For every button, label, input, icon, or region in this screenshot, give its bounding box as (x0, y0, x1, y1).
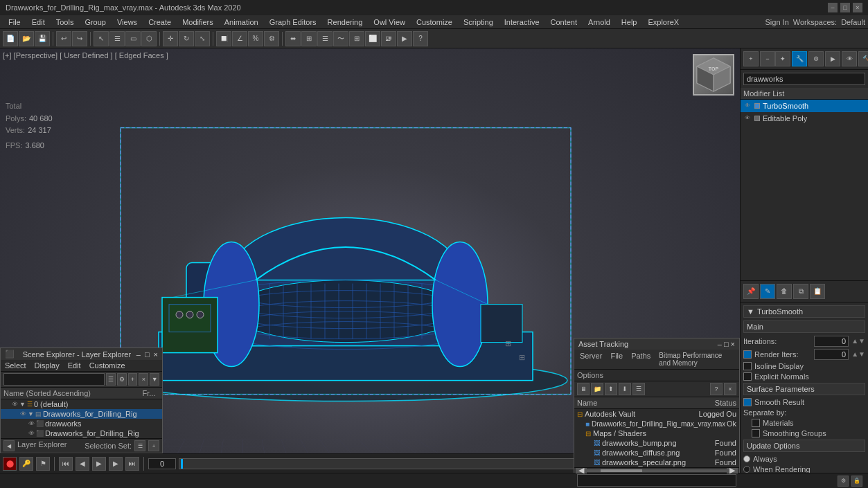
at-btn1[interactable]: 🖥 (577, 383, 590, 395)
sign-in-button[interactable]: Sign In (765, 18, 789, 26)
at-btn4[interactable]: ⬇ (619, 383, 631, 395)
modify-tab[interactable]: 🔧 (792, 51, 807, 66)
play-btn[interactable]: ▶ (92, 457, 106, 471)
se-display-menu[interactable]: Display (30, 360, 64, 371)
se-filter-btn[interactable]: ☰ (106, 373, 116, 386)
materials-checkbox[interactable] (752, 419, 760, 427)
at-btn3[interactable]: ⬆ (605, 383, 617, 395)
layer-manager-button[interactable]: ☰ (317, 31, 333, 46)
at-tab-paths[interactable]: Paths (628, 351, 653, 368)
current-frame-input[interactable] (148, 458, 176, 469)
eye-icon[interactable]: 👁 (745, 102, 752, 109)
se-window-controls[interactable]: – □ × (136, 350, 158, 359)
object-name-input[interactable]: drawworks (743, 73, 865, 85)
se-close[interactable]: × (154, 350, 158, 359)
plus-icon-button[interactable]: + (743, 51, 759, 66)
smooth-result-checkbox[interactable] (743, 398, 752, 406)
se-minimize[interactable]: – (136, 350, 141, 359)
at-help-btn[interactable]: ? (710, 383, 723, 395)
menu-arnold[interactable]: Arnold (583, 17, 616, 28)
mirror-button[interactable]: ⬌ (285, 31, 301, 46)
render-iters-input[interactable] (814, 349, 849, 360)
at-btn5[interactable]: ☰ (632, 383, 645, 395)
snap-button[interactable]: 🔲 (216, 31, 231, 46)
menu-create[interactable]: Create (143, 17, 177, 28)
se-edit-menu[interactable]: Edit (64, 360, 85, 371)
modifier-turbosmooth[interactable]: 👁 TurboSmooth (741, 100, 868, 112)
status-isolate-btn[interactable]: ⚙ (838, 476, 849, 487)
save-button[interactable]: 💾 (35, 31, 50, 46)
modifier-editable-poly[interactable]: 👁 Editable Poly (741, 112, 868, 125)
open-button[interactable]: 📂 (19, 31, 34, 46)
auto-key-btn[interactable]: 🔑 (19, 457, 33, 471)
menu-help[interactable]: Help (616, 17, 643, 28)
at-minimize[interactable]: – (718, 340, 722, 348)
at-close[interactable]: × (731, 340, 735, 348)
undo-button[interactable]: ↩ (56, 31, 71, 46)
cube-face-top[interactable]: TOP (693, 54, 734, 96)
at-restore[interactable]: □ (724, 340, 729, 348)
se-row-1[interactable]: 👁 ▼ ▤ Drawworks_for_Drilling_Rig (1, 409, 162, 419)
menu-owl-view[interactable]: Owl View (368, 17, 411, 28)
move-button[interactable]: ✛ (163, 31, 178, 46)
se-expand-btn[interactable]: ▼ (150, 373, 159, 386)
se-foot-btn1[interactable]: ◀ (3, 440, 15, 451)
go-start-btn[interactable]: ⏮ (59, 457, 73, 471)
help-button[interactable]: ? (413, 31, 428, 46)
render-iters-spinner[interactable]: ▲▼ (851, 350, 865, 358)
create-tab[interactable]: ✦ (775, 51, 790, 66)
menu-group[interactable]: Group (79, 17, 112, 28)
explicit-normals-checkbox[interactable] (743, 372, 752, 381)
se-foot-layer-btn[interactable]: ☰ (134, 440, 145, 451)
hierarchy-tab[interactable]: ⚙ (808, 51, 824, 66)
set-key-btn[interactable]: ⚑ (36, 457, 50, 471)
window-controls[interactable]: – □ × (828, 3, 862, 12)
close-button[interactable]: × (853, 3, 862, 12)
curve-editor-button[interactable]: 〜 (333, 31, 348, 46)
next-frame-btn[interactable]: ▶ (109, 457, 123, 471)
align-button[interactable]: ⊞ (301, 31, 317, 46)
se-row-0[interactable]: 👁 ▼ ☰ 0 (default) (1, 399, 162, 409)
spinner-snap-button[interactable]: ⚙ (264, 31, 279, 46)
menu-explorex[interactable]: ExploreX (642, 17, 684, 28)
menu-customize[interactable]: Customize (411, 17, 458, 28)
minimize-button[interactable]: – (828, 3, 838, 12)
material-editor-button[interactable]: ⬜ (365, 31, 380, 46)
new-button[interactable]: 📄 (3, 31, 18, 46)
se-restore[interactable]: □ (145, 350, 150, 359)
render-iters-checkbox[interactable] (743, 350, 752, 359)
maximize-button[interactable]: □ (840, 3, 850, 12)
isoline-checkbox[interactable] (743, 362, 752, 370)
copy-button[interactable]: ⧉ (793, 284, 808, 299)
at-row-bump[interactable]: 🖼 drawworks_bump.png Found (574, 438, 739, 448)
go-end-btn[interactable]: ⏭ (125, 457, 139, 471)
schematic-view-button[interactable]: ⊞ (349, 31, 364, 46)
cube-navigator[interactable]: TOP (693, 54, 734, 96)
se-eye-3[interactable]: 👁 (28, 430, 35, 437)
select-button[interactable]: ↖ (94, 31, 109, 46)
at-tab-file[interactable]: File (608, 351, 626, 368)
at-row-maxfile[interactable]: ■ Drawworks_for_Drilling_Rig_max_vray.ma… (574, 419, 739, 428)
se-eye-1[interactable]: 👁 (20, 410, 26, 417)
se-eye-0[interactable]: 👁 (12, 401, 18, 408)
rotate-button[interactable]: ↻ (179, 31, 194, 46)
motion-tab[interactable]: ▶ (825, 51, 840, 66)
menu-rendering[interactable]: Rendering (322, 17, 369, 28)
se-customize-menu[interactable]: Customize (85, 360, 130, 371)
menu-views[interactable]: Views (112, 17, 143, 28)
se-row-2[interactable]: 👁 ⬛ drawworks (1, 419, 162, 428)
menu-edit[interactable]: Edit (26, 17, 51, 28)
redo-button[interactable]: ↪ (72, 31, 87, 46)
minus-icon-button[interactable]: − (760, 51, 775, 66)
when-rendering-radio[interactable] (743, 466, 750, 473)
at-title-bar[interactable]: Asset Tracking – □ × (574, 338, 739, 350)
turbosmooth-header[interactable]: ▼ TurboSmooth (743, 305, 865, 318)
se-delete-btn[interactable]: × (139, 373, 148, 386)
se-search-input[interactable] (3, 373, 105, 386)
display-tab[interactable]: 👁 (842, 51, 857, 66)
render-button[interactable]: ▶ (397, 31, 412, 46)
se-row-3[interactable]: 👁 ⬛ Drawworks_for_Drilling_Rig (1, 428, 162, 438)
at-close2-btn[interactable]: × (724, 383, 736, 395)
angle-snap-button[interactable]: ∠ (232, 31, 247, 46)
main-section-header[interactable]: Main (743, 320, 865, 333)
